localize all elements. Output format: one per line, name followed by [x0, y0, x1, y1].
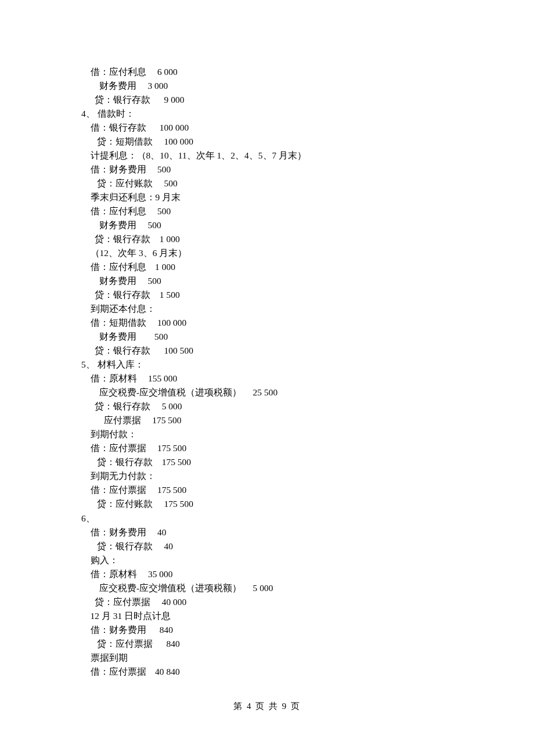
text-line: 应交税费-应交增值税（进项税额） 5 000: [81, 581, 453, 595]
text-line: 借：财务费用 40: [81, 525, 453, 539]
text-line: 借：原材料 35 000: [81, 567, 453, 581]
text-line: 借：银行存款 100 000: [81, 121, 453, 135]
text-line: 应交税费-应交增值税（进项税额） 25 500: [81, 386, 453, 399]
text-line: 贷：银行存款 5 000: [81, 399, 453, 413]
text-line: 贷：应付账款 500: [81, 177, 453, 190]
text-line: 到期付款：: [81, 427, 453, 441]
text-line: 财务费用 500: [81, 218, 453, 232]
document-page: 借：应付利息 6 000 财务费用 3 000 贷：银行存款 9 0004、 借…: [0, 0, 534, 748]
text-line: 12 月 31 日时点计息: [81, 609, 453, 623]
document-body: 借：应付利息 6 000 财务费用 3 000 贷：银行存款 9 0004、 借…: [81, 65, 453, 679]
text-line: 借：原材料 155 000: [81, 372, 453, 386]
text-line: 贷：银行存款 9 000: [81, 93, 453, 107]
text-line: 财务费用 500: [81, 274, 453, 288]
text-line: 借：财务费用 840: [81, 623, 453, 637]
text-line: 贷：银行存款 40: [81, 539, 453, 553]
text-line: 计提利息：（8、10、11、次年 1、2、4、5、7 月末）: [81, 149, 453, 163]
text-line: 贷：短期借款 100 000: [81, 135, 453, 149]
text-line: 到期无力付款：: [81, 469, 453, 483]
text-line: 贷：应付账款 175 500: [81, 497, 453, 511]
text-line: 贷：银行存款 1 000: [81, 232, 453, 246]
text-line: 5、 材料入库：: [81, 358, 453, 372]
text-line: 贷：应付票据 40 000: [81, 595, 453, 609]
text-line: （12、次年 3、6 月末）: [81, 246, 453, 260]
text-line: 借：应付票据 175 500: [81, 441, 453, 455]
text-line: 财务费用 500: [81, 330, 453, 344]
text-line: 购入：: [81, 553, 453, 567]
text-line: 借：应付利息 1 000: [81, 260, 453, 274]
text-line: 借：短期借款 100 000: [81, 316, 453, 330]
text-line: 借：应付票据 175 500: [81, 483, 453, 497]
text-line: 票据到期: [81, 651, 453, 665]
text-line: 贷：银行存款 175 500: [81, 455, 453, 469]
text-line: 季末归还利息：9 月末: [81, 190, 453, 204]
text-line: 6、: [81, 512, 453, 525]
text-line: 到期还本付息：: [81, 302, 453, 316]
page-footer: 第 4 页 共 9 页: [81, 700, 453, 713]
text-line: 财务费用 3 000: [81, 79, 453, 93]
text-line: 4、 借款时：: [81, 107, 453, 121]
text-line: 借：应付利息 6 000: [81, 65, 453, 79]
text-line: 贷：银行存款 1 500: [81, 288, 453, 302]
text-line: 贷：应付票据 840: [81, 637, 453, 651]
text-line: 贷：银行存款 100 500: [81, 344, 453, 358]
text-line: 借：应付利息 500: [81, 204, 453, 218]
text-line: 应付票据 175 500: [81, 413, 453, 427]
text-line: 借：应付票据 40 840: [81, 665, 453, 679]
text-line: 借：财务费用 500: [81, 163, 453, 177]
